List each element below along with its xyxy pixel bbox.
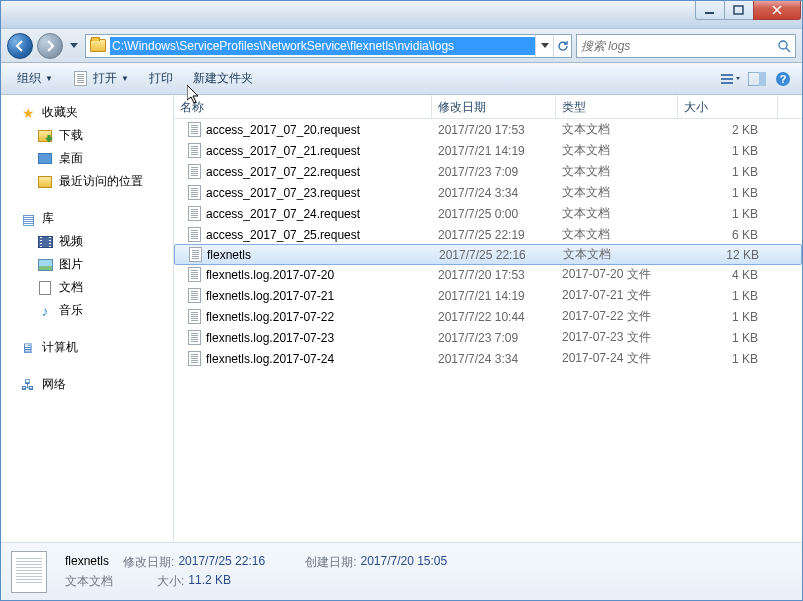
file-size: 4 KB bbox=[678, 268, 778, 282]
svg-point-2 bbox=[779, 41, 787, 49]
sidebar-item-desktop[interactable]: 桌面 bbox=[1, 147, 173, 170]
details-mod-value: 2017/7/25 22:16 bbox=[178, 554, 265, 571]
details-created-label: 创建日期: bbox=[305, 554, 356, 571]
text-file-icon bbox=[186, 309, 202, 325]
help-button[interactable]: ? bbox=[772, 68, 794, 90]
refresh-button[interactable] bbox=[553, 35, 571, 57]
file-date: 2017/7/25 22:19 bbox=[432, 228, 556, 242]
search-box[interactable] bbox=[576, 34, 796, 58]
history-dropdown[interactable] bbox=[67, 36, 81, 56]
sidebar-item-recent[interactable]: 最近访问的位置 bbox=[1, 170, 173, 193]
file-row[interactable]: flexnetls.log.2017-07-232017/7/23 7:0920… bbox=[174, 327, 802, 348]
file-row[interactable]: access_2017_07_21.request2017/7/21 14:19… bbox=[174, 140, 802, 161]
address-dropdown[interactable] bbox=[535, 35, 553, 57]
file-row[interactable]: flexnetls.log.2017-07-212017/7/21 14:192… bbox=[174, 285, 802, 306]
text-file-icon bbox=[186, 122, 202, 138]
close-button[interactable] bbox=[753, 1, 801, 20]
preview-pane-button[interactable] bbox=[746, 68, 768, 90]
file-row[interactable]: access_2017_07_22.request2017/7/23 7:09文… bbox=[174, 161, 802, 182]
library-icon: ▤ bbox=[20, 211, 36, 227]
text-file-icon bbox=[186, 351, 202, 367]
organize-button[interactable]: 组织 ▼ bbox=[9, 66, 61, 91]
file-size: 1 KB bbox=[678, 352, 778, 366]
file-size: 1 KB bbox=[678, 331, 778, 345]
recent-icon bbox=[37, 174, 53, 190]
file-row[interactable]: access_2017_07_25.request2017/7/25 22:19… bbox=[174, 224, 802, 245]
text-file-icon bbox=[186, 164, 202, 180]
file-date: 2017/7/23 7:09 bbox=[432, 165, 556, 179]
file-date: 2017/7/22 10:44 bbox=[432, 310, 556, 324]
file-type: 文本文档 bbox=[556, 184, 678, 201]
file-size: 1 KB bbox=[678, 207, 778, 221]
file-date: 2017/7/25 22:16 bbox=[433, 248, 557, 262]
file-date: 2017/7/24 3:34 bbox=[432, 186, 556, 200]
file-type: 文本文档 bbox=[557, 246, 679, 263]
file-row[interactable]: flexnetls.log.2017-07-202017/7/20 17:532… bbox=[174, 264, 802, 285]
back-button[interactable] bbox=[7, 33, 33, 59]
file-size: 1 KB bbox=[678, 186, 778, 200]
favorites-header[interactable]: ★ 收藏夹 bbox=[1, 101, 173, 124]
file-date: 2017/7/21 14:19 bbox=[432, 289, 556, 303]
view-options-button[interactable] bbox=[720, 68, 742, 90]
navigation-bar: C:\Windows\ServiceProfiles\NetworkServic… bbox=[1, 29, 802, 63]
address-bar[interactable]: C:\Windows\ServiceProfiles\NetworkServic… bbox=[85, 34, 572, 58]
svg-text:?: ? bbox=[780, 73, 787, 85]
file-row[interactable]: access_2017_07_23.request2017/7/24 3:34文… bbox=[174, 182, 802, 203]
sidebar-item-pictures[interactable]: 图片 bbox=[1, 253, 173, 276]
title-bar bbox=[1, 1, 802, 29]
file-name: flexnetls.log.2017-07-22 bbox=[206, 310, 334, 324]
text-file-icon bbox=[186, 227, 202, 243]
file-type: 2017-07-23 文件 bbox=[556, 329, 678, 346]
search-icon bbox=[777, 39, 791, 53]
file-name: flexnetls bbox=[207, 248, 251, 262]
file-name: access_2017_07_24.request bbox=[206, 207, 360, 221]
file-name: flexnetls.log.2017-07-20 bbox=[206, 268, 334, 282]
file-row[interactable]: access_2017_07_20.request2017/7/20 17:53… bbox=[174, 119, 802, 140]
open-button[interactable]: 打开 ▼ bbox=[65, 66, 137, 91]
file-row[interactable]: flexnetls.log.2017-07-242017/7/24 3:3420… bbox=[174, 348, 802, 369]
maximize-button[interactable] bbox=[724, 1, 754, 20]
address-text[interactable]: C:\Windows\ServiceProfiles\NetworkServic… bbox=[110, 37, 535, 55]
file-date: 2017/7/24 3:34 bbox=[432, 352, 556, 366]
file-list[interactable]: access_2017_07_20.request2017/7/20 17:53… bbox=[174, 119, 802, 542]
file-row[interactable]: access_2017_07_24.request2017/7/25 0:00文… bbox=[174, 203, 802, 224]
svg-rect-7 bbox=[759, 72, 766, 86]
sidebar-item-music[interactable]: ♪音乐 bbox=[1, 299, 173, 322]
column-headers: 名称 修改日期 类型 大小 bbox=[174, 95, 802, 119]
libraries-header[interactable]: ▤ 库 bbox=[1, 207, 173, 230]
search-input[interactable] bbox=[581, 39, 773, 53]
file-name: access_2017_07_21.request bbox=[206, 144, 360, 158]
folder-icon bbox=[88, 36, 108, 56]
file-row[interactable]: flexnetls.log.2017-07-222017/7/22 10:442… bbox=[174, 306, 802, 327]
file-row[interactable]: flexnetls2017/7/25 22:16文本文档12 KB bbox=[174, 244, 802, 265]
text-file-icon bbox=[186, 267, 202, 283]
document-icon bbox=[37, 280, 53, 296]
column-name[interactable]: 名称 bbox=[174, 95, 432, 118]
new-folder-button[interactable]: 新建文件夹 bbox=[185, 66, 261, 91]
network-icon: 🖧 bbox=[20, 377, 36, 393]
sidebar-item-downloads[interactable]: 下载 bbox=[1, 124, 173, 147]
text-file-icon bbox=[73, 71, 89, 87]
svg-rect-1 bbox=[734, 6, 743, 14]
file-type: 文本文档 bbox=[556, 205, 678, 222]
network-header[interactable]: 🖧 网络 bbox=[1, 373, 173, 396]
details-filename: flexnetls bbox=[65, 554, 109, 571]
desktop-icon bbox=[37, 151, 53, 167]
sidebar-item-videos[interactable]: 视频 bbox=[1, 230, 173, 253]
computer-header[interactable]: 🖥 计算机 bbox=[1, 336, 173, 359]
file-date: 2017/7/25 0:00 bbox=[432, 207, 556, 221]
svg-rect-4 bbox=[721, 78, 733, 80]
print-button[interactable]: 打印 bbox=[141, 66, 181, 91]
forward-button[interactable] bbox=[37, 33, 63, 59]
column-type[interactable]: 类型 bbox=[556, 95, 678, 118]
chevron-down-icon bbox=[5, 108, 14, 117]
sidebar-item-documents[interactable]: 文档 bbox=[1, 276, 173, 299]
file-type: 2017-07-22 文件 bbox=[556, 308, 678, 325]
file-size: 1 KB bbox=[678, 289, 778, 303]
column-size[interactable]: 大小 bbox=[678, 95, 778, 118]
file-name: access_2017_07_25.request bbox=[206, 228, 360, 242]
video-icon bbox=[37, 234, 53, 250]
file-type: 文本文档 bbox=[556, 163, 678, 180]
minimize-button[interactable] bbox=[695, 1, 725, 20]
column-date[interactable]: 修改日期 bbox=[432, 95, 556, 118]
